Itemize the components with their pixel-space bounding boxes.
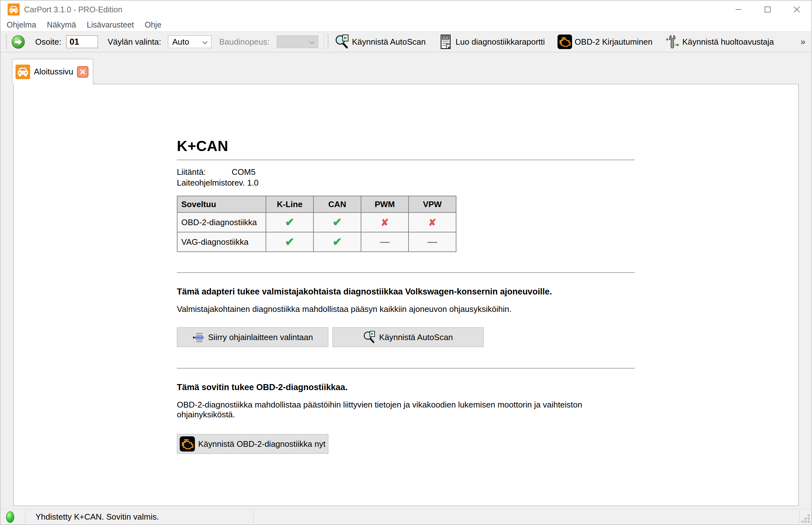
tab-bar: Aloitussivu bbox=[1, 52, 811, 84]
row-label: VAG-diagnostiikka bbox=[177, 232, 266, 252]
green-arrow-icon bbox=[11, 35, 25, 49]
maximize-button[interactable] bbox=[753, 1, 782, 18]
adapter-title: K+CAN bbox=[177, 137, 635, 154]
start-obd2-label: Käynnistä OBD-2-diagnostiikka nyt bbox=[198, 439, 325, 449]
start-obd2-button[interactable]: Käynnistä OBD-2-diagnostiikka nyt bbox=[177, 434, 328, 454]
create-report-label: Luo diagnostiikkaraportti bbox=[455, 37, 545, 47]
column-header: PWM bbox=[361, 196, 408, 212]
statusbar-separator bbox=[253, 510, 253, 523]
service-assistant-button[interactable]: Käynnistä huoltoavustaja bbox=[662, 34, 778, 49]
maximize-icon bbox=[764, 6, 771, 13]
bus-select-value: Auto bbox=[172, 37, 189, 47]
column-header: K-Line bbox=[266, 196, 314, 212]
cross-icon: ✘ bbox=[381, 217, 389, 228]
car-icon bbox=[8, 3, 20, 16]
table-header-row: Soveltuu K-Line CAN PWM VPW bbox=[177, 196, 456, 212]
autoscan-toolbar-button[interactable]: Käynnistä AutoScan bbox=[331, 34, 430, 49]
statusbar-separator bbox=[799, 510, 800, 523]
statusbar-separator bbox=[25, 510, 25, 523]
window-title: CarPort 3.1.0 - PRO-Edition bbox=[24, 5, 122, 14]
check-icon: ✔ bbox=[332, 235, 342, 248]
magnifier-play-icon bbox=[363, 331, 376, 344]
resize-grip[interactable] bbox=[801, 514, 810, 523]
menu-nakyma[interactable]: Näkymä bbox=[42, 18, 82, 31]
ecu-list-icon bbox=[192, 331, 205, 344]
tab-close-button[interactable] bbox=[77, 66, 88, 78]
status-bar: Yhdistetty K+CAN. Sovitin valmis. bbox=[1, 509, 811, 524]
address-label: Osoite: bbox=[35, 37, 61, 47]
window-controls bbox=[724, 1, 811, 18]
column-header: VPW bbox=[408, 196, 456, 212]
menu-ohje[interactable]: Ohje bbox=[139, 18, 167, 31]
menu-ohjelma[interactable]: Ohjelma bbox=[1, 18, 42, 31]
select-ecu-label: Siirry ohjainlaitteen valintaan bbox=[208, 332, 313, 342]
obd2-login-label: OBD-2 Kirjautuminen bbox=[575, 37, 653, 47]
baudrate-label: Baudinopeus: bbox=[219, 37, 270, 47]
port-value: COM5 bbox=[232, 167, 256, 177]
engine-icon bbox=[557, 34, 572, 49]
check-icon: ✔ bbox=[285, 216, 294, 229]
table-row: OBD-2-diagnostiikka ✔ ✔ ✘ ✘ bbox=[177, 212, 456, 232]
select-ecu-button[interactable]: Siirry ohjainlaitteen valintaan bbox=[177, 327, 328, 347]
column-header: Soveltuu bbox=[177, 196, 266, 212]
bus-select-dropdown[interactable]: Auto bbox=[168, 35, 212, 48]
dash-icon: — bbox=[427, 237, 437, 247]
app-window: CarPort 3.1.0 - PRO-Edition Ohjelma Näky… bbox=[0, 0, 812, 525]
close-icon bbox=[793, 6, 801, 13]
address-input[interactable] bbox=[66, 35, 98, 48]
menu-bar: Ohjelma Näkymä Lisävarusteet Ohje bbox=[1, 18, 811, 31]
dash-icon: — bbox=[380, 237, 390, 247]
vag-section-body: Valmistajakohtainen diagnostiikka mahdol… bbox=[177, 304, 635, 314]
port-label: Liitäntä: bbox=[177, 167, 232, 177]
column-header: CAN bbox=[314, 196, 361, 212]
magnifier-play-icon bbox=[335, 34, 350, 49]
obd-section-heading: Tämä sovitin tukee OBD-2-diagnostiikkaa. bbox=[177, 382, 635, 392]
connect-button[interactable] bbox=[11, 35, 25, 49]
tab-aloitussivu[interactable]: Aloitussivu bbox=[12, 59, 93, 84]
close-button[interactable] bbox=[782, 1, 811, 18]
row-label: OBD-2-diagnostiikka bbox=[177, 212, 266, 232]
obd-section-body: OBD-2-diagnostiikka mahdollistaa päästöi… bbox=[177, 400, 635, 420]
wrench-icon bbox=[665, 34, 680, 49]
divider bbox=[177, 272, 635, 273]
service-assistant-label: Käynnistä huoltoavustaja bbox=[682, 37, 774, 47]
title-bar: CarPort 3.1.0 - PRO-Edition bbox=[1, 1, 811, 18]
green-led-icon bbox=[6, 511, 15, 523]
car-icon bbox=[16, 64, 30, 79]
svg-text:OBD: OBD bbox=[443, 36, 449, 39]
chevron-down-icon bbox=[202, 37, 208, 47]
divider bbox=[177, 368, 635, 369]
minimize-button[interactable] bbox=[724, 1, 753, 18]
engine-icon bbox=[180, 436, 195, 452]
obd2-login-button[interactable]: OBD-2 Kirjautuminen bbox=[554, 34, 656, 49]
tab-label: Aloitussivu bbox=[34, 67, 73, 77]
autoscan-button[interactable]: Käynnistä AutoScan bbox=[332, 327, 484, 347]
divider bbox=[177, 160, 635, 160]
chevron-down-icon bbox=[309, 37, 315, 47]
toolbar-grip[interactable] bbox=[6, 34, 7, 49]
status-message: Yhdistetty K+CAN. Sovitin valmis. bbox=[35, 509, 159, 524]
create-report-button[interactable]: OBD Luo diagnostiikkaraportti bbox=[435, 34, 549, 49]
adapter-info: Liitäntä: COM5 Laiteohjelmisto: rev. 1.0 bbox=[177, 167, 635, 188]
minimize-icon bbox=[735, 6, 742, 13]
compatibility-table: Soveltuu K-Line CAN PWM VPW OBD-2-diagno… bbox=[177, 196, 456, 252]
check-icon: ✔ bbox=[332, 216, 342, 229]
firmware-label: Laiteohjelmisto: bbox=[177, 177, 232, 188]
toolbar-grip[interactable] bbox=[328, 34, 329, 49]
toolbar: Osoite: Väylän valinta: Auto Baudinopeus… bbox=[1, 31, 811, 52]
toolbar-overflow-button[interactable]: » bbox=[801, 37, 808, 47]
check-icon: ✔ bbox=[285, 235, 294, 248]
close-icon bbox=[79, 69, 86, 75]
firmware-value: rev. 1.0 bbox=[232, 177, 259, 188]
baudrate-dropdown bbox=[277, 35, 318, 48]
autoscan-button-label: Käynnistä AutoScan bbox=[379, 332, 453, 342]
bus-select-label: Väylän valinta: bbox=[107, 37, 161, 47]
menu-lisavarusteet[interactable]: Lisävarusteet bbox=[82, 18, 140, 31]
vag-section-heading: Tämä adapteri tukee valmistajakohtaista … bbox=[177, 287, 635, 297]
autoscan-toolbar-label: Käynnistä AutoScan bbox=[352, 37, 426, 47]
cross-icon: ✘ bbox=[428, 217, 436, 228]
table-row: VAG-diagnostiikka ✔ ✔ — — bbox=[177, 232, 456, 252]
toolbar-separator bbox=[324, 33, 324, 51]
obd-report-icon: OBD bbox=[438, 34, 453, 49]
start-page-panel: K+CAN Liitäntä: COM5 Laiteohjelmisto: re… bbox=[13, 84, 799, 506]
